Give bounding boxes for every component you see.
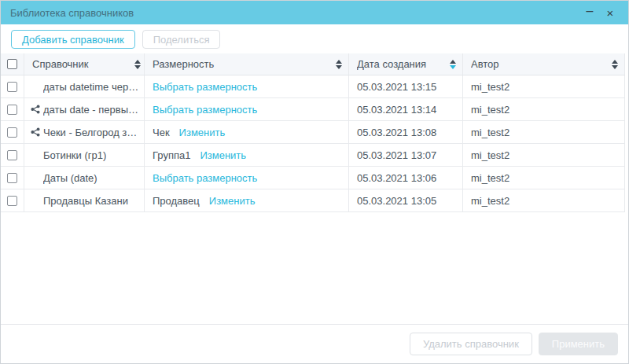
footer: Удалить справочник Применить	[1, 324, 628, 363]
row-checkbox[interactable]	[7, 127, 17, 138]
created-cell: 05.03.2021 13:07	[349, 144, 463, 166]
row-checkbox[interactable]	[7, 150, 17, 160]
dictionary-name-cell: даты date - первые дв...	[24, 98, 145, 120]
column-header-dimension[interactable]: Размерность	[145, 53, 349, 75]
table-row[interactable]: Даты (date) Выбрать размерность 05.03.20…	[1, 167, 625, 189]
dimension-name: Группа1	[153, 149, 190, 161]
author-cell: mi_test2	[463, 189, 625, 211]
dictionary-name: Ботинки (гр1)	[43, 149, 106, 161]
column-header-dictionary[interactable]: Справочник	[24, 53, 145, 75]
dictionaries-table: Справочник Размерность Дата создания Авт…	[1, 53, 625, 212]
sort-icon[interactable]	[134, 60, 141, 69]
select-all-cell	[1, 53, 24, 75]
sort-icon[interactable]	[336, 60, 342, 69]
dictionary-name: Даты (date)	[43, 172, 97, 184]
delete-dictionary-button[interactable]: Удалить справочник	[410, 333, 532, 355]
dictionary-library-dialog: Библиотека справочников – × Добавить спр…	[0, 0, 629, 364]
author-cell: mi_test2	[463, 98, 625, 120]
table-row[interactable]: даты date - первые дв... Выбрать размерн…	[1, 98, 625, 121]
apply-button[interactable]: Применить	[539, 333, 618, 355]
select-all-checkbox[interactable]	[7, 59, 17, 69]
table-row[interactable]: Ботинки (гр1) Группа1 Изменить 05.03.202…	[1, 144, 625, 167]
dimension-link[interactable]: Выбрать размерность	[153, 81, 257, 93]
close-icon[interactable]: ×	[600, 2, 620, 23]
toolbar: Добавить справочник Поделиться	[1, 24, 628, 49]
dimension-link[interactable]: Изменить	[209, 195, 256, 207]
table-row[interactable]: Чеки - Белгород за но... Чек Изменить 05…	[1, 121, 625, 144]
shared-icon	[29, 127, 41, 138]
dictionary-name-cell: даты datetime через т...	[24, 75, 145, 97]
table-body: даты datetime через т... Выбрать размерн…	[1, 75, 625, 212]
dimension-cell: Продавец Изменить	[145, 189, 349, 211]
row-checkbox[interactable]	[7, 196, 17, 206]
shared-icon	[29, 81, 41, 92]
dimension-cell: Выбрать размерность	[145, 75, 349, 97]
dictionary-name: даты date - первые дв...	[43, 104, 141, 116]
dimension-name: Продавец	[153, 195, 200, 207]
row-checkbox[interactable]	[7, 82, 17, 92]
dialog-title: Библиотека справочников	[10, 7, 579, 19]
dictionary-name-cell: Даты (date)	[24, 167, 145, 189]
column-label: Автор	[471, 58, 609, 70]
author-cell: mi_test2	[463, 121, 625, 143]
dictionary-name: даты datetime через т...	[43, 81, 141, 93]
table-header: Справочник Размерность Дата создания Авт…	[1, 53, 625, 75]
shared-icon	[29, 149, 41, 160]
shared-icon	[29, 195, 41, 206]
dimension-cell: Чек Изменить	[145, 121, 349, 143]
sort-icon[interactable]	[612, 60, 618, 69]
dimension-link[interactable]: Изменить	[200, 149, 246, 161]
row-select-cell	[1, 189, 24, 211]
author-cell: mi_test2	[463, 144, 625, 166]
created-cell: 05.03.2021 13:15	[349, 75, 463, 97]
dimension-cell: Выбрать размерность	[145, 98, 349, 120]
column-label: Размерность	[153, 58, 333, 70]
created-cell: 05.03.2021 13:06	[349, 167, 463, 189]
dictionary-name-cell: Ботинки (гр1)	[24, 144, 145, 166]
row-select-cell	[1, 75, 24, 97]
author-cell: mi_test2	[463, 167, 625, 189]
dimension-name: Чек	[153, 127, 170, 138]
table-row[interactable]: даты datetime через т... Выбрать размерн…	[1, 75, 625, 98]
created-cell: 05.03.2021 13:14	[349, 98, 463, 120]
dictionary-name-cell: Чеки - Белгород за но...	[24, 121, 145, 143]
column-header-created[interactable]: Дата создания	[349, 53, 463, 75]
table-row[interactable]: Продавцы Казани Продавец Изменить 05.03.…	[1, 189, 625, 212]
titlebar: Библиотека справочников – ×	[1, 1, 628, 24]
dimension-link[interactable]: Изменить	[179, 127, 226, 138]
dimension-cell: Группа1 Изменить	[145, 144, 349, 166]
dictionary-name-cell: Продавцы Казани	[24, 189, 145, 211]
author-cell: mi_test2	[463, 75, 625, 97]
created-cell: 05.03.2021 13:05	[349, 189, 463, 211]
row-select-cell	[1, 167, 24, 189]
shared-icon	[29, 172, 41, 183]
row-select-cell	[1, 144, 24, 166]
shared-icon	[29, 104, 41, 115]
dictionary-name: Продавцы Казани	[43, 195, 128, 207]
column-label: Справочник	[32, 58, 131, 70]
row-select-cell	[1, 98, 24, 120]
column-label: Дата создания	[357, 58, 447, 70]
dimension-cell: Выбрать размерность	[145, 167, 349, 189]
row-select-cell	[1, 121, 24, 143]
column-header-author[interactable]: Автор	[463, 53, 625, 75]
dictionary-name: Чеки - Белгород за но...	[43, 127, 141, 138]
add-dictionary-button[interactable]: Добавить справочник	[11, 30, 135, 49]
share-button[interactable]: Поделиться	[142, 30, 221, 49]
minimize-icon[interactable]: –	[579, 2, 600, 23]
created-cell: 05.03.2021 13:08	[349, 121, 463, 143]
dimension-link[interactable]: Выбрать размерность	[153, 172, 257, 184]
sort-icon[interactable]	[450, 60, 456, 69]
dimension-link[interactable]: Выбрать размерность	[153, 104, 257, 116]
row-checkbox[interactable]	[7, 105, 17, 115]
row-checkbox[interactable]	[7, 173, 17, 183]
